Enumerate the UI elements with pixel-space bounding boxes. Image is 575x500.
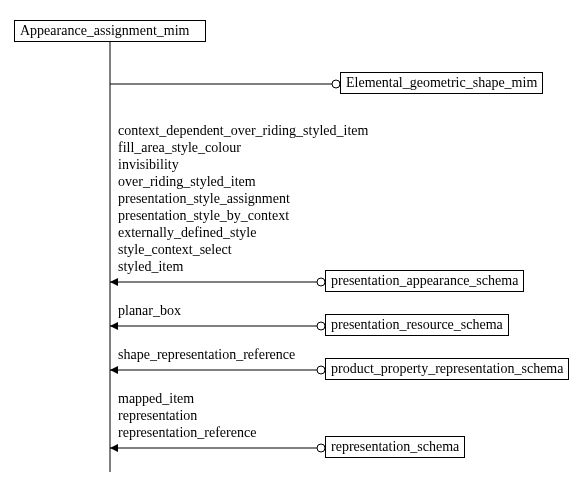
relation-label: planar_box <box>118 302 181 319</box>
relation-label: fill_area_style_colour <box>118 139 241 156</box>
relation-label: styled_item <box>118 258 183 275</box>
relation-label: style_context_select <box>118 241 232 258</box>
relation-label: presentation_style_assignment <box>118 190 290 207</box>
target-label: representation_schema <box>331 439 459 454</box>
svg-marker-10 <box>110 366 118 374</box>
target-box-representation-schema: representation_schema <box>325 436 465 458</box>
target-label: presentation_resource_schema <box>331 317 503 332</box>
target-box-presentation-resource-schema: presentation_resource_schema <box>325 314 509 336</box>
target-label: Elemental_geometric_shape_mim <box>346 75 537 90</box>
root-label: Appearance_assignment_mim <box>20 23 190 38</box>
svg-point-14 <box>317 444 325 452</box>
svg-marker-7 <box>110 322 118 330</box>
relation-label: mapped_item <box>118 390 194 407</box>
relation-label: externally_defined_style <box>118 224 256 241</box>
relation-label: presentation_style_by_context <box>118 207 289 224</box>
svg-point-2 <box>332 80 340 88</box>
relation-label: shape_representation_reference <box>118 346 295 363</box>
target-box-elemental-geometric-shape-mim: Elemental_geometric_shape_mim <box>340 72 543 94</box>
relation-label: over_riding_styled_item <box>118 173 256 190</box>
target-label: product_property_representation_schema <box>331 361 563 376</box>
target-box-product-property-representation-schema: product_property_representation_schema <box>325 358 569 380</box>
svg-marker-4 <box>110 278 118 286</box>
svg-point-5 <box>317 278 325 286</box>
svg-point-8 <box>317 322 325 330</box>
relation-label: representation_reference <box>118 424 256 441</box>
relation-label: context_dependent_over_riding_styled_ite… <box>118 122 368 139</box>
target-box-presentation-appearance-schema: presentation_appearance_schema <box>325 270 524 292</box>
target-label: presentation_appearance_schema <box>331 273 518 288</box>
root-box: Appearance_assignment_mim <box>14 20 206 42</box>
svg-point-11 <box>317 366 325 374</box>
relation-label: representation <box>118 407 197 424</box>
svg-marker-13 <box>110 444 118 452</box>
relation-label: invisibility <box>118 156 179 173</box>
